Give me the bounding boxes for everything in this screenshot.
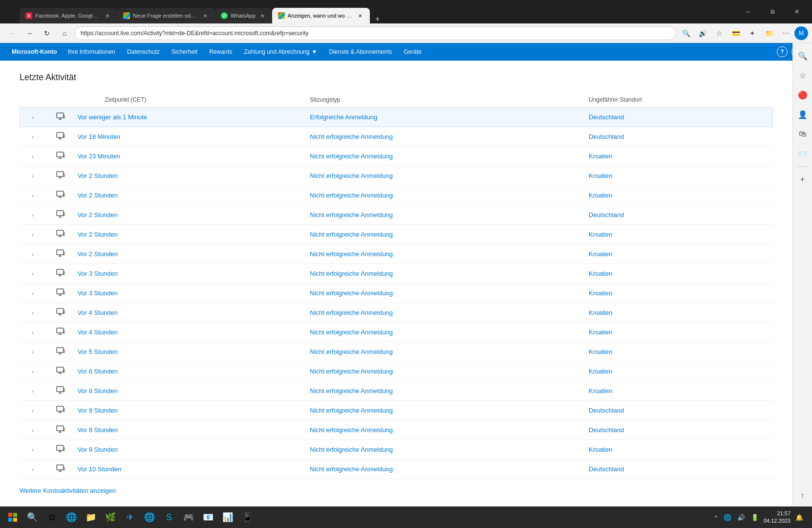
location-link[interactable]: Kroatien <box>589 153 612 160</box>
collections-button[interactable]: 📁 <box>761 25 777 41</box>
sidebar-profile-btn[interactable]: 👤 <box>794 106 812 123</box>
browser-tab-tab1[interactable]: S Facebook, Apple, Google und C... ✕ <box>20 8 117 23</box>
tray-chevron[interactable]: ^ <box>714 513 719 522</box>
type-link[interactable]: Nicht erfolgreiche Anmeldung <box>310 368 393 375</box>
tab-close[interactable]: ✕ <box>356 12 364 20</box>
location-link[interactable]: Deutschland <box>589 407 624 414</box>
expand-cell[interactable]: › <box>20 186 46 205</box>
expand-cell[interactable]: › <box>20 401 46 420</box>
table-row[interactable]: › Vor 2 Stunden Nicht erfolgreiche Anmel… <box>20 186 773 205</box>
start-button[interactable] <box>4 508 21 526</box>
expand-cell[interactable]: › <box>20 147 46 166</box>
type-link[interactable]: Nicht erfolgreiche Anmeldung <box>310 426 393 434</box>
tray-volume[interactable]: 🔊 <box>736 513 746 522</box>
expand-cell[interactable]: › <box>20 362 46 381</box>
address-bar[interactable]: https://account.live.com/Activity?mkt=de… <box>74 26 676 40</box>
location-link[interactable]: Kroatien <box>589 329 612 336</box>
type-link[interactable]: Nicht erfolgreiche Anmeldung <box>310 465 393 473</box>
nav-sicherheit[interactable]: Sicherheit <box>167 45 202 58</box>
table-row[interactable]: › Vor weniger als 1 Minute Erfolgreiche … <box>20 108 773 127</box>
favorites-button[interactable]: ☆ <box>711 25 727 41</box>
sidebar-favorites-btn[interactable]: ☆ <box>794 66 812 84</box>
expand-cell[interactable]: › <box>20 244 46 264</box>
expand-cell[interactable]: › <box>20 303 46 323</box>
type-link[interactable]: Nicht erfolgreiche Anmeldung <box>310 387 393 395</box>
type-link[interactable]: Nicht erfolgreiche Anmeldung <box>310 231 393 238</box>
taskbar-skype[interactable]: S <box>160 508 178 526</box>
location-link[interactable]: Kroatien <box>589 446 612 453</box>
read-aloud-button[interactable]: 🔊 <box>695 25 710 41</box>
expand-cell[interactable]: › <box>20 323 46 342</box>
type-link[interactable]: Nicht erfolgreiche Anmeldung <box>310 250 393 258</box>
sidebar-shopping-btn[interactable]: 🛍 <box>794 125 812 143</box>
table-row[interactable]: › Vor 2 Stunden Nicht erfolgreiche Anmel… <box>20 205 773 225</box>
table-row[interactable]: › Vor 5 Stunden Nicht erfolgreiche Anmel… <box>20 342 773 362</box>
new-tab-button[interactable]: + <box>370 15 385 23</box>
table-row[interactable]: › Vor 2 Stunden Nicht erfolgreiche Anmel… <box>20 225 773 244</box>
table-row[interactable]: › Vor 2 Stunden Nicht erfolgreiche Anmel… <box>20 244 773 264</box>
more-activities-link[interactable]: Weitere Kontoaktivitäten anzeigen <box>20 487 116 494</box>
expand-cell[interactable]: › <box>20 225 46 244</box>
settings-button[interactable]: ⋯ <box>778 25 793 41</box>
taskbar-taskview[interactable]: ⧉ <box>43 508 61 526</box>
type-link[interactable]: Nicht erfolgreiche Anmeldung <box>310 192 393 199</box>
sidebar-history-btn[interactable]: 🔴 <box>794 86 812 104</box>
nav-ihre-informationen[interactable]: Ihre Informationen <box>63 45 120 58</box>
location-link[interactable]: Deutschland <box>589 426 624 434</box>
location-link[interactable]: Deutschland <box>589 113 624 121</box>
table-row[interactable]: › Vor 23 Minuten Nicht erfolgreiche Anme… <box>20 147 773 166</box>
tab-close[interactable]: ✕ <box>104 12 111 20</box>
location-link[interactable]: Kroatien <box>589 250 612 258</box>
copilot-button[interactable]: ✦ <box>745 25 760 41</box>
expand-cell[interactable]: › <box>20 205 46 225</box>
taskbar-edge2[interactable]: 🌿 <box>102 508 119 526</box>
taskbar-steam[interactable]: 🎮 <box>180 508 197 526</box>
help-button[interactable]: ? <box>777 46 788 57</box>
table-row[interactable]: › Vor 10 Stunden Nicht erfolgreiche Anme… <box>20 460 773 479</box>
browser-tab-tab3[interactable]: W WhatsApp ✕ <box>215 8 272 23</box>
browser-tab-tab2[interactable]: Neue Frage erstellen oder Disku... ✕ <box>117 8 215 23</box>
table-row[interactable]: › Vor 9 Stunden Nicht erfolgreiche Anmel… <box>20 401 773 420</box>
browser-tab-tab4[interactable]: Anzeigen, wann und wo Sie Ihr ... ✕ <box>272 8 370 23</box>
taskbar-excel[interactable]: 📊 <box>219 508 236 526</box>
location-link[interactable]: Kroatien <box>589 172 612 179</box>
type-link[interactable]: Nicht erfolgreiche Anmeldung <box>310 133 393 140</box>
table-row[interactable]: › Vor 4 Stunden Nicht erfolgreiche Anmel… <box>20 303 773 323</box>
location-link[interactable]: Kroatien <box>589 368 612 375</box>
location-link[interactable]: Kroatien <box>589 270 612 277</box>
table-row[interactable]: › Vor 4 Stunden Nicht erfolgreiche Anmel… <box>20 323 773 342</box>
taskbar-datetime[interactable]: 21:57 04.12.2023 <box>764 510 791 525</box>
taskbar-telegram[interactable]: ✈ <box>121 508 139 526</box>
type-link[interactable]: Nicht erfolgreiche Anmeldung <box>310 348 393 355</box>
search-tool-button[interactable]: 🔍 <box>678 25 694 41</box>
nav-rewards[interactable]: Rewards <box>204 45 237 58</box>
expand-cell[interactable]: › <box>20 166 46 186</box>
tray-notifications[interactable]: 🔔 <box>794 513 804 522</box>
browser-wallet[interactable]: 💳 <box>728 25 744 41</box>
location-link[interactable]: Kroatien <box>589 348 612 355</box>
table-row[interactable]: › Vor 18 Minuten Nicht erfolgreiche Anme… <box>20 127 773 147</box>
table-row[interactable]: › Vor 6 Stunden Nicht erfolgreiche Anmel… <box>20 362 773 381</box>
type-link[interactable]: Nicht erfolgreiche Anmeldung <box>310 289 393 297</box>
refresh-button[interactable]: ↻ <box>39 25 55 41</box>
expand-cell[interactable]: › <box>20 420 46 440</box>
taskbar-app1[interactable]: 📱 <box>238 508 256 526</box>
sidebar-search-btn[interactable]: 🔍 <box>794 47 812 65</box>
nav-zahlung[interactable]: Zahlung und Abrechnung ▼ <box>239 45 322 58</box>
nav-geraete[interactable]: Geräte <box>399 45 427 58</box>
tab-close[interactable]: ✕ <box>258 12 266 20</box>
expand-cell[interactable]: › <box>20 460 46 479</box>
nav-dienste[interactable]: Dienste & Abonnements <box>324 45 397 58</box>
type-link[interactable]: Nicht erfolgreiche Anmeldung <box>310 153 393 160</box>
location-link[interactable]: Kroatien <box>589 309 612 316</box>
expand-cell[interactable]: › <box>20 284 46 303</box>
home-button[interactable]: ⌂ <box>57 25 72 41</box>
taskbar-edge[interactable]: 🌐 <box>63 508 80 526</box>
table-row[interactable]: › Vor 2 Stunden Nicht erfolgreiche Anmel… <box>20 166 773 186</box>
sidebar-add-btn[interactable]: + <box>794 171 812 188</box>
type-link[interactable]: Nicht erfolgreiche Anmeldung <box>310 211 393 219</box>
sidebar-scroll-top[interactable]: ↑ <box>794 487 812 505</box>
taskbar-search[interactable]: 🔍 <box>23 508 41 526</box>
location-link[interactable]: Deutschland <box>589 465 624 473</box>
table-row[interactable]: › Vor 3 Stunden Nicht erfolgreiche Anmel… <box>20 284 773 303</box>
